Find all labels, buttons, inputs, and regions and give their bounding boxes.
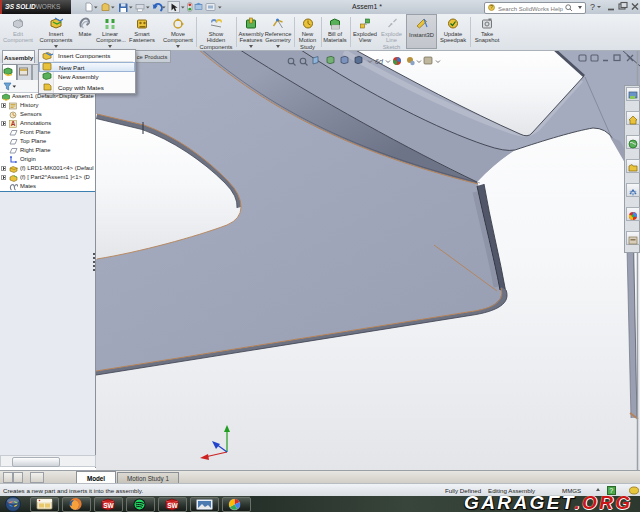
svg-text:SW: SW: [103, 502, 114, 509]
svg-text:A: A: [11, 120, 16, 127]
svg-text:6d: 6d: [375, 58, 384, 65]
svg-text:SW: SW: [167, 502, 178, 509]
svg-text:?: ?: [490, 4, 493, 10]
svg-text:?: ?: [590, 2, 595, 12]
